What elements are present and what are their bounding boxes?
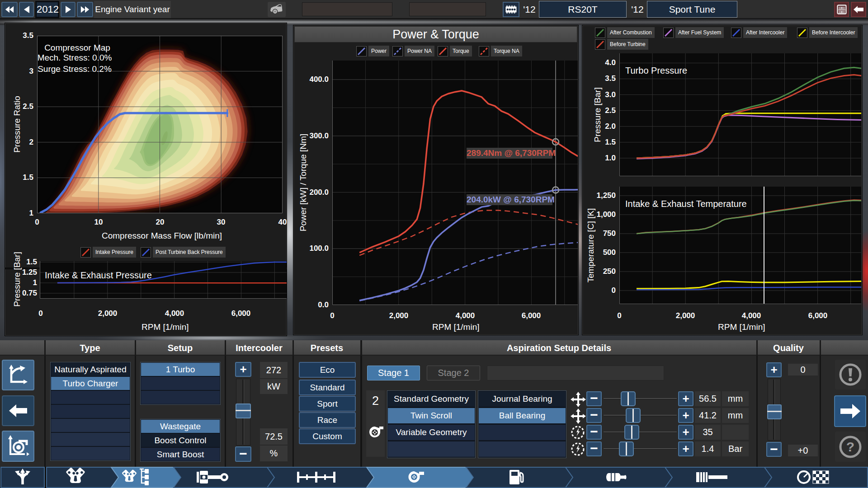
- svg-text:?: ?: [846, 439, 854, 454]
